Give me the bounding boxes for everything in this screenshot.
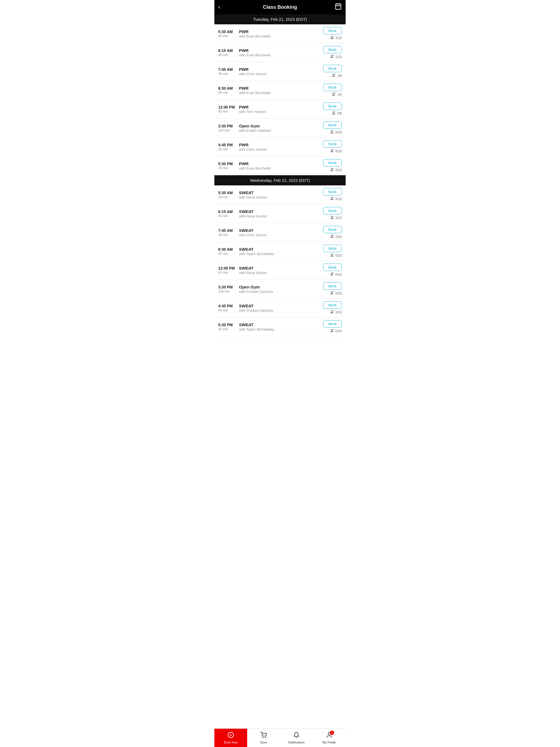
class-time-0-4: 12:00 PM 45 min	[218, 105, 238, 113]
capacity-value: 0/10	[335, 273, 342, 277]
svg-point-9	[335, 74, 336, 75]
people-icon	[332, 111, 336, 115]
class-name: SWEAT	[239, 247, 323, 252]
book-button[interactable]: Book	[323, 301, 342, 309]
class-instructor: with Taylor McCleskey	[239, 327, 323, 331]
class-info-0-4: PWR with Terri Holcom	[238, 104, 323, 114]
book-button[interactable]: Book	[323, 84, 342, 91]
capacity-value: 0/20	[335, 291, 342, 295]
class-duration: 45 min	[218, 91, 238, 95]
svg-point-14	[331, 130, 332, 132]
class-info-0-5: Open Gym with Evelyn Statham	[238, 123, 323, 133]
people-icon	[330, 310, 335, 314]
class-info-1-7: SWEAT with Taylor McCleskey	[238, 322, 323, 332]
class-action-0-3: Book 1/8	[323, 84, 342, 97]
class-info-1-0: SWEAT with Alexa Sexton	[238, 190, 323, 200]
class-time-0-6: 4:45 PM 45 min	[218, 143, 238, 151]
class-info-1-5: Open Gym with Cristian Cardona	[238, 284, 323, 294]
class-duration: 45 min	[218, 327, 238, 331]
nav-book-now-label: Book Now	[224, 741, 238, 744]
capacity-value: 0/8	[337, 111, 342, 115]
svg-point-37	[262, 737, 263, 738]
svg-point-22	[331, 216, 332, 217]
class-action-0-0: Book 1/10	[323, 27, 342, 40]
table-row: 6:15 AM 45 min SWEAT with Alexa Sexton B…	[214, 204, 346, 223]
book-button[interactable]: Book	[323, 27, 342, 34]
class-info-1-1: SWEAT with Alexa Sexton	[238, 209, 323, 218]
class-capacity: 0/10	[330, 253, 342, 258]
book-button[interactable]: Book	[323, 188, 342, 196]
book-button[interactable]: Book	[323, 140, 342, 148]
class-duration: 120 min	[218, 289, 238, 293]
class-instructor: with Chris Sexton	[239, 147, 323, 152]
people-icon	[330, 54, 335, 59]
book-button[interactable]: Book	[323, 65, 342, 72]
class-instructor: with Evan Burchette	[239, 91, 323, 95]
book-button[interactable]: Book	[323, 226, 342, 233]
class-time-value: 5:30 PM	[218, 161, 238, 166]
table-row: 5:30 AM 45 min SWEAT with Alexa Sexton B…	[214, 185, 346, 204]
nav-store[interactable]: Store	[247, 729, 280, 747]
svg-point-27	[333, 254, 334, 255]
capacity-value: 0/10	[335, 149, 342, 153]
people-icon	[330, 35, 335, 40]
class-name: PWR	[239, 161, 323, 166]
svg-point-17	[333, 149, 334, 150]
class-info-1-6: SWEAT with Cristian Cardona	[238, 303, 323, 313]
table-row: 3:30 PM 120 min Open Gym with Cristian C…	[214, 280, 346, 299]
class-duration: 45 min	[218, 34, 238, 38]
svg-point-33	[333, 310, 334, 311]
class-instructor: with Evan Burchette	[239, 53, 323, 57]
class-info-1-2: SWEAT with Chris Sexton	[238, 228, 323, 237]
class-time-value: 6:15 AM	[218, 48, 238, 53]
people-icon	[330, 168, 335, 172]
class-instructor: with Chris Sexton	[239, 72, 323, 76]
calendar-icon[interactable]	[335, 3, 342, 11]
capacity-value: 0/10	[335, 254, 342, 258]
book-button[interactable]: Book	[323, 121, 342, 129]
class-action-0-5: Book 0/20	[323, 121, 342, 134]
class-time-value: 6:15 AM	[218, 209, 238, 214]
class-duration: 45 min	[218, 233, 238, 237]
table-row: 8:30 AM 45 min SWEAT with Taylor McClesk…	[214, 242, 346, 261]
class-time-1-4: 12:00 PM 45 min	[218, 266, 238, 275]
book-button[interactable]: Book	[323, 320, 342, 328]
class-name: PWR	[239, 67, 323, 72]
profile-badge: 1	[330, 730, 334, 735]
svg-point-8	[333, 74, 334, 75]
book-button[interactable]: Book	[323, 264, 342, 271]
class-instructor: with Cristian Cardona	[239, 308, 323, 312]
class-time-value: 3:30 PM	[218, 124, 238, 129]
svg-point-20	[331, 197, 332, 199]
class-name: SWEAT	[239, 303, 323, 309]
people-icon	[330, 291, 335, 295]
book-button[interactable]: Book	[323, 159, 342, 166]
svg-point-28	[331, 272, 332, 274]
svg-rect-0	[335, 4, 341, 9]
class-capacity: 0/10	[330, 168, 342, 172]
capacity-value: 1/8	[337, 74, 342, 78]
svg-point-25	[333, 235, 334, 236]
nav-book-now[interactable]: Book Now	[214, 729, 247, 747]
nav-notifications[interactable]: Notifications	[280, 729, 313, 747]
book-button[interactable]: Book	[323, 207, 342, 214]
book-button[interactable]: Book	[323, 46, 342, 53]
book-button[interactable]: Book	[323, 245, 342, 252]
class-instructor: with Taylor McCleskey	[239, 252, 323, 256]
class-duration: 45 min	[218, 147, 238, 151]
svg-point-13	[335, 111, 336, 113]
class-instructor: with Evelyn Statham	[239, 129, 323, 133]
class-time-value: 7:45 AM	[218, 67, 238, 72]
book-button[interactable]: Book	[323, 103, 342, 110]
class-instructor: with Alexa Sexton	[239, 271, 323, 275]
nav-notifications-label: Notifications	[288, 741, 305, 744]
class-capacity: 0/20	[330, 291, 342, 295]
class-capacity: 0/10	[330, 197, 342, 201]
class-capacity: 1/8	[332, 73, 342, 78]
table-row: 6:15 AM 45 min PWR with Evan Burchette B…	[214, 43, 346, 62]
class-action-1-0: Book 0/10	[323, 188, 342, 201]
capacity-value: 2/10	[335, 235, 342, 239]
nav-my-profile[interactable]: 1 My Profile	[313, 729, 346, 747]
back-button[interactable]: ‹	[218, 4, 220, 11]
book-button[interactable]: Book	[323, 282, 342, 290]
